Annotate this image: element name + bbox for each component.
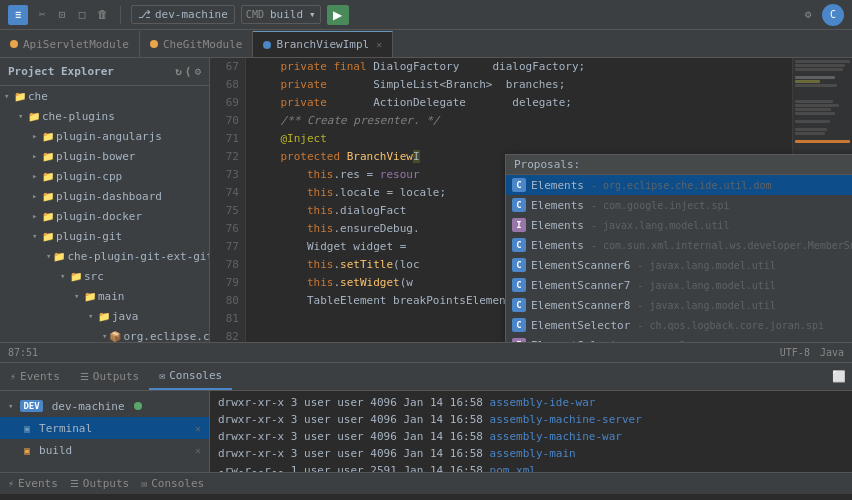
- tree-item-angularjs[interactable]: ▸ 📁 plugin-angularjs: [0, 126, 209, 146]
- item-name: ElementScanner7: [531, 279, 630, 292]
- sync-icon[interactable]: ↻: [175, 65, 182, 78]
- autocomplete-item[interactable]: C Elements - org.eclipse.che.ide.util.do…: [506, 175, 852, 195]
- tree-item-package[interactable]: ▾ 📦 org.eclipse.che: [0, 326, 209, 342]
- bottom-tab-consoles[interactable]: ✉ Consoles: [141, 477, 204, 490]
- run-config-name: build: [270, 8, 303, 21]
- code-line: private final DialogFactory dialogFactor…: [254, 58, 792, 76]
- console-line: drwxr-xr-x 3 user user 4096 Jan 14 16:58…: [218, 411, 844, 428]
- tree-label: org.eclipse.che: [123, 330, 210, 343]
- tree-item-bower[interactable]: ▸ 📁 plugin-bower: [0, 146, 209, 166]
- tree-item-docker[interactable]: ▸ 📁 plugin-docker: [0, 206, 209, 226]
- tab-label: Consoles: [151, 477, 204, 490]
- class-icon: C: [512, 298, 526, 312]
- item-pkg: - javax.lang.model.util: [637, 260, 775, 271]
- item-pkg: - com.google.inject.spi: [591, 200, 729, 211]
- close-icon[interactable]: ✕: [195, 423, 201, 434]
- console-sidebar: ▾ DEV dev-machine ▣ Terminal ✕ ▣ build ✕: [0, 391, 210, 472]
- autocomplete-item[interactable]: I Elements - javax.lang.model.util: [506, 215, 852, 235]
- autocomplete-item[interactable]: C Elements - com.sun.xml.internal.ws.dev…: [506, 235, 852, 255]
- item-name: ElementScanner8: [531, 299, 630, 312]
- tab-label: BranchViewImpl: [276, 38, 369, 51]
- bottom-tab-events[interactable]: ⚡ Events: [8, 477, 58, 490]
- tree-item-java[interactable]: ▾ 📁 java: [0, 306, 209, 326]
- item-pkg: - com.sun.xml.internal.ws.developer.Memb…: [591, 240, 852, 251]
- bottom-tab-outputs[interactable]: ☰ Outputs: [70, 477, 129, 490]
- tab-api-servlet[interactable]: ApiServletModule: [0, 31, 140, 57]
- item-pkg: - javax.lang.model.util: [637, 300, 775, 311]
- tree-item-cpp[interactable]: ▸ 📁 plugin-cpp: [0, 166, 209, 186]
- bottom-tab-bar: ⚡ Events ☰ Outputs ✉ Consoles: [0, 472, 852, 494]
- cmd-label: CMD: [246, 9, 264, 20]
- tree-label: java: [112, 310, 139, 323]
- branch-selector[interactable]: ⎇ dev-machine: [131, 5, 235, 24]
- tree-label: plugin-docker: [56, 210, 142, 223]
- item-pkg: - ch.qos.logback.core.joran.spi: [637, 320, 824, 331]
- settings-icon[interactable]: ⚙: [194, 65, 201, 78]
- folder-icon: 📁: [42, 231, 54, 242]
- collapse-icon[interactable]: ⟨: [185, 65, 192, 78]
- class-icon: C: [512, 278, 526, 292]
- tab-consoles[interactable]: ✉ Consoles: [149, 363, 232, 390]
- line-numbers: 67686970 71727374 75767778 79808182 8384…: [210, 58, 246, 342]
- close-icon[interactable]: ✕: [195, 445, 201, 456]
- app-logo[interactable]: ≡: [8, 5, 28, 25]
- tree-item-main[interactable]: ▾ 📁 main: [0, 286, 209, 306]
- folder-icon: 📁: [84, 291, 96, 302]
- outputs-icon: ☰: [70, 478, 79, 489]
- avatar[interactable]: C: [822, 4, 844, 26]
- package-icon: 📦: [109, 331, 121, 342]
- java-file-icon: [263, 41, 271, 49]
- expand-arrow: ▾: [32, 231, 40, 241]
- console-toolbar: ⬜: [826, 370, 852, 383]
- autocomplete-item[interactable]: C ElementScanner7 - javax.lang.model.uti…: [506, 275, 852, 295]
- sidebar-header-icons: ↻ ⟨ ⚙: [175, 65, 201, 78]
- cut-icon[interactable]: ✂: [34, 7, 50, 23]
- delete-icon[interactable]: 🗑: [94, 7, 110, 23]
- autocomplete-item[interactable]: C Elements - com.google.inject.spi: [506, 195, 852, 215]
- maximize-icon[interactable]: ⬜: [832, 370, 846, 383]
- project-explorer: Project Explorer ↻ ⟨ ⚙ ▾ 📁 che ▾ 📁 che-p…: [0, 58, 210, 342]
- sidebar-header: Project Explorer ↻ ⟨ ⚙: [0, 58, 209, 86]
- copy-icon[interactable]: ⊡: [54, 7, 70, 23]
- expand-arrow: ▾: [18, 111, 26, 121]
- console-tree-terminal[interactable]: ▣ Terminal ✕: [0, 417, 209, 439]
- build-icon: ▣: [24, 445, 30, 456]
- console-section: ⚡ Events ☰ Outputs ✉ Consoles ⬜ ▾ DEV de…: [0, 362, 852, 472]
- editor-tab-bar: ApiServletModule CheGitModule BranchView…: [0, 30, 852, 58]
- code-line: @Inject: [254, 130, 792, 148]
- autocomplete-item[interactable]: C ElementScanner8 - javax.lang.model.uti…: [506, 295, 852, 315]
- console-line: drwxr-xr-x 3 user user 4096 Jan 14 16:58…: [218, 394, 844, 411]
- tab-branch-view[interactable]: BranchViewImpl ✕: [253, 31, 393, 57]
- tab-label: Consoles: [169, 369, 222, 382]
- tree-item-git[interactable]: ▾ 📁 plugin-git: [0, 226, 209, 246]
- console-tree-build[interactable]: ▣ build ✕: [0, 439, 209, 461]
- item-name: Elements: [531, 219, 584, 232]
- tree-item-che[interactable]: ▾ 📁 che: [0, 86, 209, 106]
- tab-che-git[interactable]: CheGitModule: [140, 31, 253, 57]
- tree-label: plugin-bower: [56, 150, 135, 163]
- expand-arrow: ▾: [74, 291, 82, 301]
- java-file-icon: [10, 40, 18, 48]
- code-editor[interactable]: 67686970 71727374 75767778 79808182 8384…: [210, 58, 852, 342]
- expand-arrow: ▸: [32, 151, 40, 161]
- tree-item-che-plugins[interactable]: ▾ 📁 che-plugins: [0, 106, 209, 126]
- item-name: Elements: [531, 239, 584, 252]
- tree-item-src[interactable]: ▾ 📁 src: [0, 266, 209, 286]
- tree-item-dashboard[interactable]: ▸ 📁 plugin-dashboard: [0, 186, 209, 206]
- autocomplete-item[interactable]: C ElementSelector - ch.qos.logback.core.…: [506, 315, 852, 335]
- run-config-selector[interactable]: CMD build ▾: [241, 5, 321, 24]
- autocomplete-item[interactable]: C ElementScanner6 - javax.lang.model.uti…: [506, 255, 852, 275]
- run-button[interactable]: ▶: [327, 5, 349, 25]
- machine-name: dev-machine: [52, 400, 125, 413]
- settings-icon[interactable]: ⚙: [800, 7, 816, 23]
- tab-outputs[interactable]: ☰ Outputs: [70, 363, 149, 390]
- tree-item-ext-git[interactable]: ▾ 📁 che-plugin-git-ext-git: [0, 246, 209, 266]
- tab-events[interactable]: ⚡ Events: [0, 363, 70, 390]
- consoles-icon: ✉: [141, 478, 147, 489]
- paste-icon[interactable]: □: [74, 7, 90, 23]
- tab-close-icon[interactable]: ✕: [376, 39, 382, 50]
- expand-arrow: ▾: [4, 91, 12, 101]
- autocomplete-item[interactable]: I ElementSelector - org.w3c.css.sac: [506, 335, 852, 342]
- tab-label: CheGitModule: [163, 38, 242, 51]
- console-tree-dev-machine[interactable]: ▾ DEV dev-machine: [0, 395, 209, 417]
